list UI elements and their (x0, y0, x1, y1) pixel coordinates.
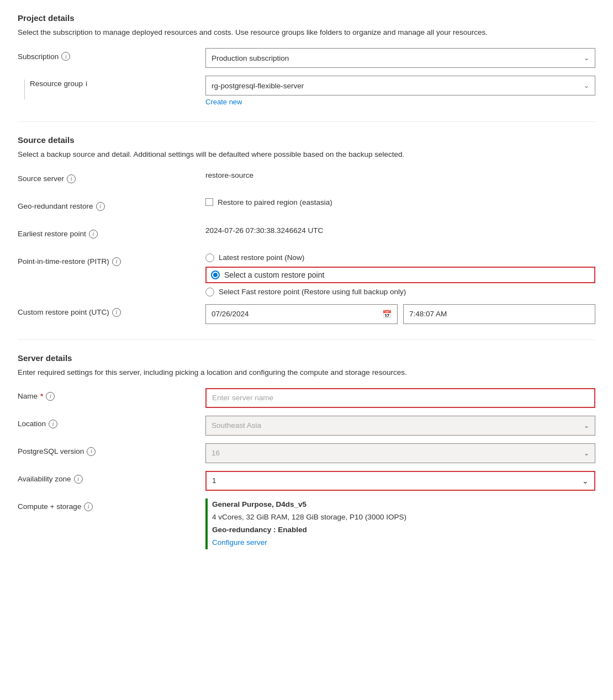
project-details-description: Select the subscription to manage deploy… (18, 27, 595, 38)
location-label: Location i (18, 416, 205, 428)
custom-restore-label: Custom restore point (UTC) i (18, 304, 205, 317)
server-name-info-icon[interactable]: i (46, 392, 55, 401)
server-name-label: Name * i (18, 388, 205, 401)
subscription-control: Production subscription ⌄ (205, 48, 595, 68)
pitr-row: Point-in-time-restore (PITR) i Latest re… (18, 253, 595, 296)
create-new-link[interactable]: Create new (205, 98, 242, 106)
source-server-value: restore-source (205, 167, 253, 179)
postgres-version-chevron-icon: ⌄ (584, 449, 589, 457)
pitr-option-fast[interactable]: Select Fast restore point (Restore using… (205, 288, 595, 296)
custom-restore-control: 07/26/2024 📅 (205, 304, 595, 324)
postgres-version-control: 16 ⌄ (205, 443, 595, 463)
source-details-description: Select a backup source and detail. Addit… (18, 149, 595, 160)
server-details-description: Enter required settings for this server,… (18, 367, 595, 378)
date-value: 07/26/2024 (212, 310, 249, 318)
subscription-dropdown[interactable]: Production subscription ⌄ (205, 48, 595, 68)
resource-group-chevron-icon: ⌄ (584, 82, 589, 89)
availability-zone-value: 1 (212, 476, 216, 485)
pitr-option-custom-selected[interactable]: Select a custom restore point (205, 267, 595, 283)
geo-redundant-info-icon[interactable]: i (96, 202, 105, 211)
earliest-restore-value: 2024-07-26 07:30:38.3246624 UTC (205, 222, 323, 235)
postgres-version-info-icon[interactable]: i (87, 447, 96, 456)
postgres-version-dropdown[interactable]: 16 ⌄ (205, 443, 595, 463)
subscription-value: Production subscription (212, 54, 289, 62)
location-dropdown[interactable]: Southeast Asia ⌄ (205, 416, 595, 436)
geo-redundant-control: Restore to paired region (eastasia) (205, 198, 595, 206)
configure-server-link[interactable]: Configure server (212, 538, 267, 547)
postgres-version-label: PostgreSQL version i (18, 443, 205, 456)
subscription-row: Subscription i Production subscription ⌄ (18, 48, 595, 68)
geo-redundant-checkbox-row: Restore to paired region (eastasia) (205, 198, 595, 206)
subscription-info-icon[interactable]: i (61, 52, 70, 61)
project-details-section: Project details Select the subscription … (18, 13, 595, 106)
date-time-row: 07/26/2024 📅 (205, 304, 595, 324)
pitr-label: Point-in-time-restore (PITR) i (18, 253, 205, 266)
compute-storage-plan: General Purpose, D4ds_v5 (212, 499, 595, 511)
earliest-restore-row: Earliest restore point i 2024-07-26 07:3… (18, 226, 595, 246)
server-details-section: Server details Enter required settings f… (18, 340, 595, 549)
custom-restore-row: Custom restore point (UTC) i 07/26/2024 … (18, 304, 595, 324)
server-name-control (205, 388, 595, 408)
server-name-input[interactable] (205, 388, 595, 408)
geo-redundant-option-label: Restore to paired region (eastasia) (218, 198, 332, 206)
resource-group-label: Resource group i (30, 79, 87, 88)
resource-group-control: rg-postgresql-flexible-server ⌄ Create n… (205, 76, 595, 106)
postgres-version-value: 16 (212, 449, 220, 457)
earliest-restore-info-icon[interactable]: i (89, 230, 98, 238)
pitr-label-fast: Select Fast restore point (Restore using… (219, 288, 406, 296)
compute-storage-label: Compute + storage i (18, 499, 205, 511)
compute-storage-control: General Purpose, D4ds_v5 4 vCores, 32 Gi… (205, 499, 595, 549)
availability-zone-label: Availability zone i (18, 471, 205, 484)
server-details-heading: Server details (18, 353, 595, 363)
compute-storage-specs: 4 vCores, 32 GiB RAM, 128 GiB storage, P… (212, 511, 595, 524)
compute-storage-row: Compute + storage i General Purpose, D4d… (18, 499, 595, 549)
pitr-label-latest: Latest restore point (Now) (219, 253, 304, 262)
availability-zone-row: Availability zone i 1 ⌄ (18, 471, 595, 491)
time-input[interactable] (403, 304, 595, 324)
source-details-heading: Source details (18, 135, 595, 145)
location-chevron-icon: ⌄ (584, 422, 589, 429)
pitr-option-latest[interactable]: Latest restore point (Now) (205, 253, 595, 262)
subscription-chevron-icon: ⌄ (584, 54, 589, 62)
pitr-label-custom: Select a custom restore point (224, 271, 324, 279)
availability-zone-info-icon[interactable]: i (74, 475, 83, 484)
project-details-heading: Project details (18, 13, 595, 23)
source-details-section: Source details Select a backup source an… (18, 121, 595, 324)
source-server-label: Source server i (18, 171, 205, 183)
pitr-radio-group: Latest restore point (Now) Select a cust… (205, 253, 595, 296)
source-server-info-icon[interactable]: i (67, 174, 76, 183)
location-row: Location i Southeast Asia ⌄ (18, 416, 595, 436)
earliest-restore-label: Earliest restore point i (18, 226, 205, 238)
location-value: Southeast Asia (212, 421, 261, 429)
pitr-info-icon[interactable]: i (112, 257, 121, 266)
availability-zone-dropdown[interactable]: 1 ⌄ (205, 471, 595, 491)
availability-zone-chevron-icon: ⌄ (582, 476, 589, 485)
pitr-radio-custom[interactable] (211, 271, 220, 279)
indent-line (24, 79, 25, 99)
earliest-restore-control: 2024-07-26 07:30:38.3246624 UTC (205, 226, 595, 235)
resource-group-dropdown[interactable]: rg-postgresql-flexible-server ⌄ (205, 76, 595, 96)
subscription-label: Subscription i (18, 48, 205, 61)
server-name-row: Name * i (18, 388, 595, 408)
source-server-row: Source server i restore-source (18, 171, 595, 190)
geo-redundant-checkbox[interactable] (205, 198, 213, 206)
source-server-control: restore-source (205, 171, 595, 179)
custom-restore-info-icon[interactable]: i (112, 308, 121, 317)
pitr-control: Latest restore point (Now) Select a cust… (205, 253, 595, 296)
geo-redundant-label: Geo-redundant restore i (18, 198, 205, 211)
pitr-radio-latest[interactable] (205, 253, 214, 262)
name-required-marker: * (40, 392, 43, 400)
geo-redundant-row: Geo-redundant restore i Restore to paire… (18, 198, 595, 218)
date-input[interactable]: 07/26/2024 📅 (205, 304, 398, 324)
compute-storage-geo: Geo-redundancy : Enabled (212, 524, 595, 537)
pitr-radio-fast[interactable] (205, 288, 214, 296)
calendar-icon: 📅 (382, 310, 392, 319)
compute-storage-info-icon[interactable]: i (84, 502, 93, 511)
resource-group-value: rg-postgresql-flexible-server (212, 82, 304, 90)
availability-zone-control: 1 ⌄ (205, 471, 595, 491)
postgres-version-row: PostgreSQL version i 16 ⌄ (18, 443, 595, 463)
resource-group-info-icon[interactable]: i (86, 79, 87, 88)
location-info-icon[interactable]: i (49, 420, 57, 428)
resource-group-row: Resource group i rg-postgresql-flexible-… (18, 76, 595, 106)
compute-storage-value: General Purpose, D4ds_v5 4 vCores, 32 Gi… (205, 499, 595, 549)
